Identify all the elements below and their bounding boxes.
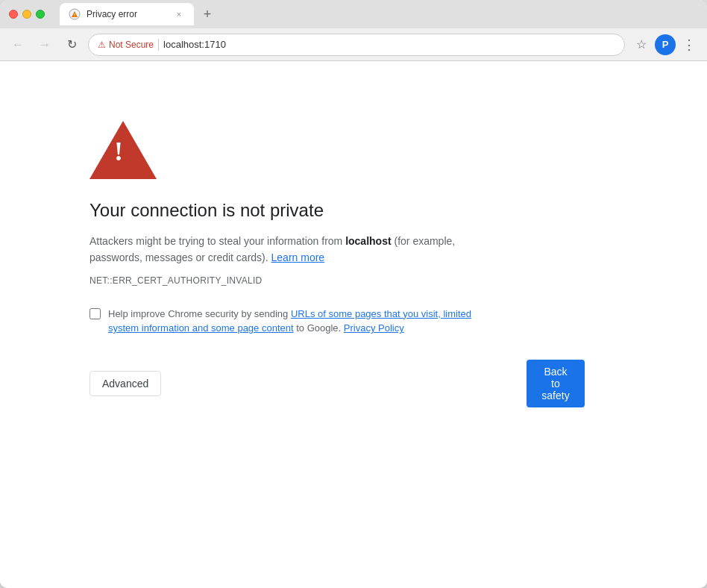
toolbar: ← → ↻ ⚠ Not Secure localhost:1710 ☆ P ⋮	[0, 28, 707, 61]
warning-icon-wrap	[89, 121, 537, 182]
error-code: NET::ERR_CERT_AUTHORITY_INVALID	[89, 275, 537, 286]
back-to-safety-button[interactable]: Back to safety	[527, 360, 584, 407]
advanced-button[interactable]: Advanced	[89, 371, 161, 396]
toolbar-right: ☆ P ⋮	[631, 34, 700, 55]
back-button[interactable]: ←	[7, 34, 28, 55]
button-row: Advanced Back to safety	[89, 360, 537, 407]
error-description: Attackers might be trying to steal your …	[89, 233, 477, 266]
checkbox-text-prefix: Help improve Chrome security by sending	[108, 308, 291, 319]
traffic-lights	[9, 10, 45, 19]
checkbox-text-middle: to Google.	[294, 322, 342, 334]
url-display: localhost:1710	[163, 39, 226, 50]
titlebar: ! Privacy error × +	[0, 0, 707, 28]
checkbox-label: Help improve Chrome security by sending …	[108, 307, 492, 336]
close-window-button[interactable]	[9, 10, 18, 19]
warning-triangle-icon	[89, 121, 157, 179]
page-content: Your connection is not private Attackers…	[0, 61, 707, 588]
profile-label: P	[662, 39, 669, 50]
maximize-window-button[interactable]	[36, 10, 45, 19]
tab-title: Privacy error	[87, 9, 167, 19]
error-container: Your connection is not private Attackers…	[89, 121, 537, 407]
menu-icon: ⋮	[682, 37, 696, 53]
reload-button[interactable]: ↻	[61, 34, 82, 55]
address-bar[interactable]: ⚠ Not Secure localhost:1710	[88, 34, 625, 56]
minimize-window-button[interactable]	[22, 10, 31, 19]
profile-button[interactable]: P	[655, 34, 676, 55]
tab-bar: ! Privacy error × +	[60, 3, 698, 25]
learn-more-link[interactable]: Learn more	[271, 251, 325, 263]
tab-close-button[interactable]: ×	[173, 8, 185, 20]
security-warning: ⚠ Not Secure	[98, 40, 154, 50]
forward-button[interactable]: →	[34, 34, 55, 55]
checkbox-row: Help improve Chrome security by sending …	[89, 307, 492, 336]
security-warning-icon: ⚠	[98, 40, 106, 50]
new-tab-button[interactable]: +	[197, 4, 218, 25]
bookmark-icon: ☆	[636, 37, 647, 51]
error-title: Your connection is not private	[89, 200, 537, 221]
telemetry-checkbox[interactable]	[89, 308, 101, 319]
description-prefix: Attackers might be trying to steal your …	[89, 235, 345, 247]
menu-button[interactable]: ⋮	[679, 34, 700, 55]
hostname-bold: localhost	[345, 235, 391, 247]
active-tab[interactable]: ! Privacy error ×	[60, 3, 194, 25]
tab-favicon-icon: !	[69, 8, 81, 20]
address-bar-divider	[158, 39, 159, 51]
svg-text:!: !	[74, 13, 75, 17]
bookmark-button[interactable]: ☆	[631, 34, 652, 55]
security-label: Not Secure	[109, 40, 154, 50]
browser-window: ! Privacy error × + ← → ↻ ⚠ Not Secure l…	[0, 0, 707, 588]
privacy-policy-link[interactable]: Privacy Policy	[344, 322, 404, 334]
